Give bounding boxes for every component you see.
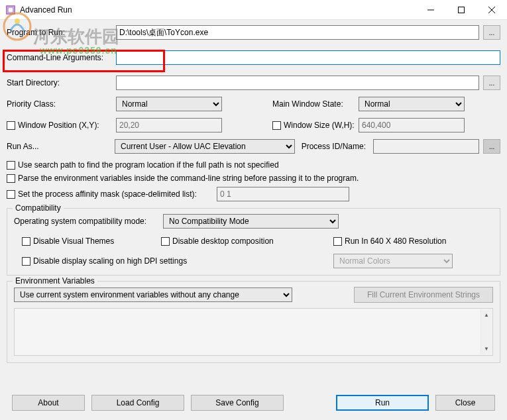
cmdline-input[interactable]: [116, 50, 500, 65]
env-legend: Environment Variables: [13, 276, 97, 286]
app-icon: [5, 5, 16, 15]
window-buttons: [416, 0, 507, 20]
themes-label: Disable Visual Themes: [33, 236, 114, 246]
scroll-up-icon[interactable]: ▲: [481, 309, 492, 321]
about-button[interactable]: About: [12, 395, 85, 411]
load-config-button[interactable]: Load Config: [91, 395, 184, 411]
run640-label: Run In 640 X 480 Resolution: [345, 236, 446, 246]
program-label: Program to Run:: [7, 28, 116, 37]
priority-label: Priority Class:: [7, 99, 116, 109]
startdir-label: Start Directory:: [7, 78, 116, 87]
svg-rect-1: [8, 7, 13, 13]
env-textarea[interactable]: ▲ ▼: [14, 308, 493, 356]
dpi-checkbox[interactable]: [22, 257, 30, 266]
window-title: Advanced Run: [20, 5, 416, 15]
cmdline-label: Command-Line Arguments:: [7, 53, 116, 62]
affinity-checkbox[interactable]: [7, 190, 15, 199]
mainwin-label: Main Window State:: [272, 99, 359, 109]
close-button[interactable]: [477, 0, 507, 20]
button-bar: About Load Config Save Config Run Close: [7, 392, 500, 413]
save-config-button[interactable]: Save Config: [191, 395, 284, 411]
env-mode-select[interactable]: Use current system environment variables…: [14, 288, 292, 302]
parseenv-checkbox[interactable]: [7, 174, 15, 183]
startdir-input[interactable]: [116, 76, 479, 90]
compat-legend: Compatibility: [13, 203, 64, 213]
colors-select[interactable]: Normal Colors: [333, 254, 453, 268]
program-browse-button[interactable]: ...: [483, 25, 500, 40]
procid-input[interactable]: [373, 139, 479, 154]
minimize-button[interactable]: [416, 0, 446, 20]
env-scrollbar[interactable]: ▲ ▼: [480, 309, 492, 354]
osmode-select[interactable]: No Compatibility Mode: [163, 214, 339, 229]
close-dialog-button[interactable]: Close: [435, 395, 495, 411]
winsize-label: Window Size (W,H):: [284, 121, 355, 130]
compat-fieldset: Compatibility Operating system compatibi…: [7, 208, 500, 276]
svg-rect-3: [459, 7, 465, 13]
startdir-browse-button[interactable]: ...: [483, 76, 500, 90]
parseenv-label: Parse the environment variables inside t…: [18, 174, 359, 183]
run-button[interactable]: Run: [336, 395, 429, 411]
run640-checkbox[interactable]: [333, 237, 342, 246]
desktop-checkbox[interactable]: [161, 237, 170, 246]
program-input[interactable]: [116, 25, 479, 40]
maximize-button[interactable]: [446, 0, 477, 20]
runas-label: Run As...: [7, 142, 115, 151]
winpos-checkbox[interactable]: [7, 121, 15, 130]
desktop-label: Disable desktop composition: [172, 236, 274, 246]
scroll-down-icon[interactable]: ▼: [481, 343, 492, 354]
winsize-checkbox[interactable]: [272, 121, 281, 130]
procid-label: Process ID/Name:: [302, 142, 374, 151]
affinity-input[interactable]: [217, 187, 349, 201]
searchpath-checkbox[interactable]: [7, 161, 15, 170]
themes-checkbox[interactable]: [22, 237, 30, 246]
winpos-label: Window Position (X,Y):: [18, 121, 99, 130]
osmode-label: Operating system compatibility mode:: [14, 217, 163, 226]
winpos-input[interactable]: [116, 118, 222, 132]
winsize-input[interactable]: [359, 118, 465, 132]
runas-select[interactable]: Current User - Allow UAC Elevation: [115, 139, 295, 154]
env-fieldset: Environment Variables Use current system…: [7, 281, 500, 363]
mainwin-select[interactable]: Normal: [359, 97, 465, 111]
procid-browse-button[interactable]: ...: [483, 139, 500, 154]
content-area: Program to Run: ... Command-Line Argumen…: [0, 20, 507, 420]
dpi-label: Disable display scaling on high DPI sett…: [33, 256, 187, 266]
searchpath-label: Use search path to find the program loca…: [18, 160, 279, 170]
priority-select[interactable]: Normal: [116, 97, 222, 111]
fill-env-button[interactable]: Fill Current Environment Strings: [354, 287, 493, 303]
titlebar: Advanced Run: [0, 0, 507, 20]
affinity-label: Set the process affinity mask (space-del…: [18, 189, 210, 199]
